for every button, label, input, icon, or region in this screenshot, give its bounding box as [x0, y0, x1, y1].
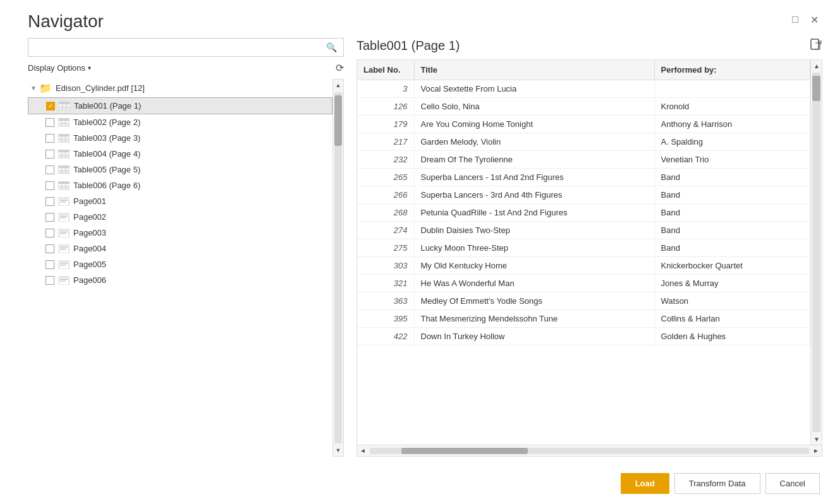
checkbox-page003[interactable] — [46, 229, 54, 237]
cell-label-no: 363 — [357, 292, 414, 310]
checkbox-table004[interactable] — [46, 150, 54, 159]
label-page006: Page006 — [73, 275, 106, 285]
cell-label-no: 395 — [357, 310, 414, 328]
checkbox-page002[interactable] — [46, 213, 54, 222]
svg-rect-22 — [62, 134, 66, 136]
cell-title: Medley Of Emmett's Yodle Songs — [414, 292, 654, 310]
cell-label-no: 265 — [357, 169, 414, 186]
svg-rect-32 — [62, 150, 66, 152]
tree-item-page005[interactable]: Page005 — [28, 256, 332, 272]
table-scroll-inner: Label No. Title Performed by: 3Vocal Sex… — [357, 60, 810, 445]
tree-item-table006[interactable]: Table006 (Page 6) — [28, 177, 332, 193]
tree-item-table002[interactable]: Table002 (Page 2) — [28, 114, 332, 130]
table-row: 268Petunia QuadRille - 1st And 2nd Figur… — [357, 204, 810, 222]
col-performed-by: Performed by: — [654, 60, 810, 80]
horizontal-scrollbar[interactable]: ◄ ► — [357, 445, 822, 456]
tree-item-page001[interactable]: Page001 — [28, 193, 332, 209]
svg-rect-14 — [58, 121, 62, 123]
table-row: 179Are You Coming Home TonightAnthony & … — [357, 116, 810, 133]
main-content: 🔍 Display Options ▾ ⟳ ▼ � — [0, 32, 835, 463]
h-scroll-thumb[interactable] — [401, 448, 528, 454]
cancel-button[interactable]: Cancel — [765, 473, 820, 494]
close-button[interactable]: ✕ — [808, 14, 820, 25]
svg-rect-49 — [66, 171, 70, 173]
svg-rect-11 — [58, 118, 62, 121]
label-table004: Table004 (Page 4) — [73, 149, 140, 159]
tree-item-page003[interactable]: Page003 — [28, 225, 332, 241]
root-label: Edison_Cylinder.pdf [12] — [56, 83, 145, 93]
svg-rect-15 — [62, 121, 66, 123]
left-scroll-down-btn[interactable]: ▼ — [333, 445, 343, 456]
left-scroll-up-btn[interactable]: ▲ — [333, 80, 343, 91]
svg-rect-17 — [58, 123, 62, 126]
checkbox-page001[interactable] — [46, 197, 54, 206]
checkbox-page004[interactable] — [46, 244, 54, 253]
h-scroll-left-btn[interactable]: ◄ — [357, 445, 369, 457]
checkbox-page005[interactable] — [46, 260, 54, 269]
load-button[interactable]: Load — [621, 473, 669, 494]
checkbox-table005[interactable] — [46, 165, 54, 174]
cell-performed-by: Anthony & Harrison — [654, 116, 810, 133]
svg-rect-25 — [62, 136, 66, 139]
checkbox-table006[interactable] — [46, 181, 54, 190]
cell-label-no: 321 — [357, 275, 414, 292]
expand-arrow: ▼ — [30, 85, 37, 92]
tree-item-page002[interactable]: Page002 — [28, 209, 332, 225]
svg-rect-52 — [62, 181, 66, 184]
tree-item-table005[interactable]: Table005 (Page 5) — [28, 162, 332, 177]
svg-rect-58 — [62, 186, 66, 189]
svg-rect-47 — [58, 171, 62, 173]
tree-item-page004[interactable]: Page004 — [28, 241, 332, 256]
svg-rect-16 — [66, 121, 70, 123]
label-page004: Page004 — [73, 244, 106, 253]
svg-rect-21 — [58, 134, 62, 136]
cell-title: Superba Lancers - 3rd And 4th Figures — [414, 186, 654, 204]
h-scroll-right-btn[interactable]: ► — [810, 445, 822, 457]
svg-rect-53 — [66, 181, 70, 184]
display-options-row: Display Options ▾ ⟳ — [28, 62, 344, 74]
refresh-button[interactable]: ⟳ — [336, 62, 344, 74]
tree-item-table004[interactable]: Table004 (Page 4) — [28, 146, 332, 162]
tree-item-page006[interactable]: Page006 — [28, 272, 332, 288]
preview-export-button[interactable] — [810, 38, 822, 53]
right-scroll-down-btn[interactable]: ▼ — [811, 433, 822, 445]
cell-performed-by: Watson — [654, 292, 810, 310]
tree-container: ▼ 📁 Edison_Cylinder.pdf [12] ✓ Table001 … — [28, 79, 332, 457]
tree-item-table003[interactable]: Table003 (Page 3) — [28, 130, 332, 146]
svg-rect-6 — [66, 104, 70, 107]
col-title: Title — [414, 60, 654, 80]
svg-rect-7 — [59, 107, 63, 109]
tree-area: ▼ 📁 Edison_Cylinder.pdf [12] ✓ Table001 … — [28, 79, 344, 457]
tree-item-table001[interactable]: ✓ Table001 (Page 1) — [28, 97, 332, 114]
checkbox-page006[interactable] — [46, 276, 54, 285]
icon-table006 — [58, 181, 70, 190]
svg-rect-8 — [63, 107, 66, 109]
table-row: 303My Old Kentucky HomeKnickerbocker Qua… — [357, 257, 810, 275]
svg-rect-57 — [58, 186, 62, 189]
cell-label-no: 274 — [357, 222, 414, 239]
svg-rect-36 — [66, 152, 70, 155]
transform-data-button[interactable]: Transform Data — [674, 473, 760, 494]
display-options-button[interactable]: Display Options ▾ — [28, 63, 91, 73]
svg-rect-27 — [58, 139, 62, 141]
right-panel-scrollbar[interactable]: ▲ ▼ — [810, 60, 822, 445]
title-bar: Navigator □ ✕ — [0, 0, 835, 32]
icon-page001 — [58, 197, 70, 206]
search-input[interactable] — [28, 39, 320, 56]
tree-root: ▼ 📁 Edison_Cylinder.pdf [12] — [28, 79, 332, 97]
left-panel-scrollbar[interactable]: ▲ ▼ — [332, 79, 344, 457]
right-scroll-thumb[interactable] — [812, 76, 820, 101]
left-scroll-thumb[interactable] — [334, 95, 342, 146]
left-scroll-track — [334, 92, 342, 443]
dialog-title: Navigator — [28, 11, 104, 32]
checkbox-table002[interactable] — [46, 118, 54, 127]
svg-rect-24 — [58, 136, 62, 139]
label-table002: Table002 (Page 2) — [73, 117, 140, 127]
search-button[interactable]: 🔍 — [320, 39, 343, 56]
cell-label-no: 217 — [357, 133, 414, 151]
checkbox-table001[interactable]: ✓ — [46, 102, 55, 111]
right-scroll-up-btn[interactable]: ▲ — [811, 60, 822, 71]
minimize-button[interactable]: □ — [789, 14, 801, 25]
checkbox-table003[interactable] — [46, 134, 54, 143]
svg-rect-3 — [66, 102, 70, 104]
